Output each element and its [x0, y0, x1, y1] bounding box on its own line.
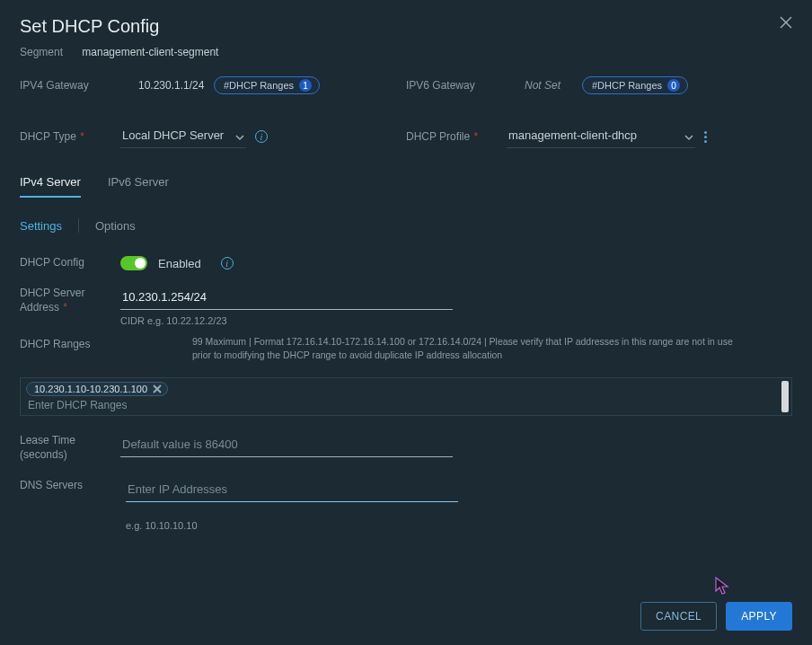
dhcp-config-state: Enabled	[158, 257, 201, 270]
ipv4-gateway-value: 10.230.1.1/24	[138, 79, 203, 92]
chip-remove-icon[interactable]	[153, 384, 162, 393]
dhcp-ranges-box[interactable]: 10.230.1.10-10.230.1.100	[20, 377, 792, 416]
close-icon[interactable]	[780, 16, 792, 29]
chip-text: 10.230.1.10-10.230.1.100	[34, 384, 147, 394]
dhcp-ranges-hint: 99 Maximum | Format 172.16.14.10-172.16.…	[120, 335, 749, 361]
ipv6-gateway-label: IPV6 Gateway	[406, 79, 514, 92]
ipv6-gateway-value: Not Set	[525, 79, 571, 92]
kebab-menu-icon[interactable]	[704, 131, 707, 143]
lease-time-input[interactable]	[120, 434, 453, 457]
ipv4-dhcp-ranges-badge[interactable]: #DHCP Ranges 1	[214, 76, 320, 94]
chevron-down-icon	[684, 131, 693, 140]
dns-servers-label: DNS Servers	[20, 479, 120, 493]
info-icon[interactable]: i	[221, 257, 234, 269]
info-icon[interactable]: i	[255, 130, 268, 143]
dhcp-ranges-label: DHCP Ranges	[20, 335, 120, 361]
subtab-options[interactable]: Options	[95, 219, 136, 233]
tab-ipv4-server[interactable]: IPv4 Server	[20, 170, 81, 198]
lease-time-label: Lease Time (seconds)	[20, 434, 120, 462]
dhcp-server-address-hint: CIDR e.g. 10.22.12.2/23	[120, 315, 792, 326]
dialog-title: Set DHCP Config	[20, 16, 159, 37]
dhcp-ranges-input[interactable]	[26, 396, 786, 412]
dhcp-profile-label: DHCP Profile *	[406, 130, 507, 143]
dhcp-range-chip: 10.230.1.10-10.230.1.100	[26, 382, 168, 396]
dhcp-type-select[interactable]: Local DHCP Server	[120, 125, 246, 148]
dhcp-profile-value: management-client-dhcp	[508, 128, 637, 142]
segment-value: management-client-segment	[82, 46, 218, 58]
ipv4-gateway-label: IPV4 Gateway	[20, 79, 128, 92]
segment-row: Segment management-client-segment	[20, 46, 792, 58]
cursor-icon	[715, 577, 731, 596]
dns-servers-input[interactable]	[126, 479, 458, 502]
badge-count: 1	[299, 79, 312, 92]
apply-button[interactable]: APPLY	[726, 602, 792, 631]
cancel-button[interactable]: CANCEL	[640, 602, 717, 631]
dhcp-server-address-label: DHCP Server Address *	[20, 287, 120, 314]
dhcp-type-label: DHCP Type *	[20, 130, 120, 143]
badge-label: #DHCP Ranges	[224, 80, 294, 91]
scrollbar[interactable]	[781, 381, 789, 412]
badge-label: #DHCP Ranges	[592, 80, 662, 91]
divider	[78, 218, 79, 233]
dns-servers-hint: e.g. 10.10.10.10	[126, 520, 792, 531]
dhcp-profile-select[interactable]: management-client-dhcp	[507, 125, 695, 148]
subtab-settings[interactable]: Settings	[20, 219, 62, 233]
dhcp-server-address-input[interactable]	[120, 287, 453, 310]
tab-ipv6-server[interactable]: IPv6 Server	[108, 170, 169, 198]
dhcp-type-value: Local DHCP Server	[122, 128, 224, 142]
chevron-down-icon	[235, 131, 244, 140]
ipv6-dhcp-ranges-badge[interactable]: #DHCP Ranges 0	[582, 76, 688, 94]
segment-label: Segment	[20, 46, 70, 58]
dhcp-config-toggle[interactable]	[120, 256, 147, 270]
badge-count: 0	[667, 79, 680, 92]
dhcp-config-label: DHCP Config	[20, 256, 120, 270]
